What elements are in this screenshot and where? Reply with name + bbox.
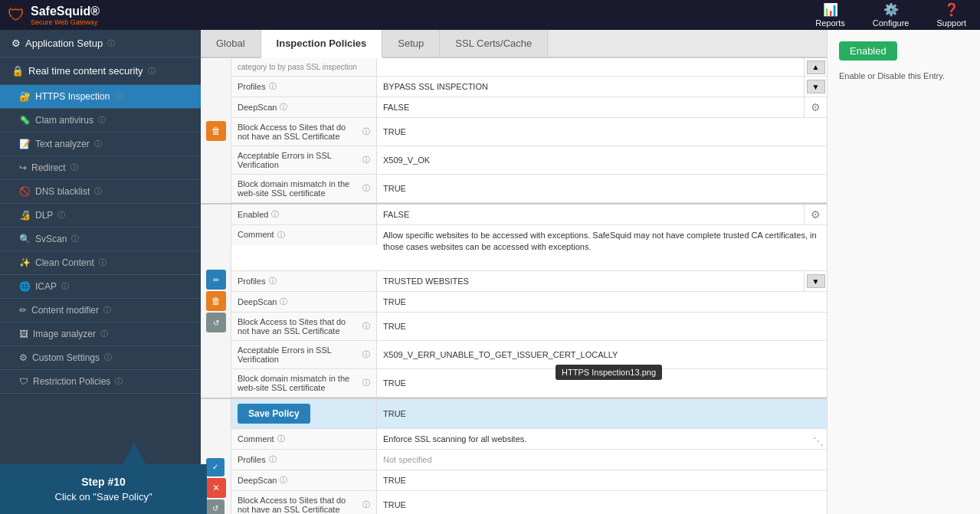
scroll-down-icon[interactable]: ▼ [804, 271, 827, 291]
info-icon[interactable]: ⓘ [362, 349, 370, 360]
table-row: Block Access to Sites that do not have a… [231, 313, 827, 341]
info-icon[interactable]: ⓘ [61, 281, 69, 292]
info-icon[interactable]: ⓘ [114, 91, 122, 102]
sidebar-item-clean-content[interactable]: ✨ Clean Content ⓘ [0, 251, 201, 275]
sidebar-item-label: Application Setup [25, 38, 103, 49]
info-icon[interactable]: ⓘ [115, 376, 123, 387]
tab-setup[interactable]: Setup [382, 30, 440, 57]
row-value: FALSE [377, 97, 804, 117]
restore-button-3[interactable]: ↺ [206, 499, 225, 515]
sidebar-item-dns-blacklist[interactable]: 🚫 DNS blacklist ⓘ [0, 180, 201, 204]
info-icon[interactable]: ⓘ [100, 329, 108, 339]
info-icon[interactable]: ⓘ [107, 38, 115, 49]
tab-global[interactable]: Global [201, 30, 261, 57]
table-row: Block Access to Sites that do not have a… [231, 491, 827, 514]
info-icon[interactable]: ⓘ [280, 102, 287, 113]
row-value: TRUE [377, 369, 827, 397]
delete-button-1[interactable]: 🗑 [206, 121, 226, 141]
sidebar-item-label: Restriction Policies [33, 376, 110, 387]
sidebar-item-realtime[interactable]: 🔒 Real time content security ⓘ [0, 57, 201, 85]
row-value: FALSE [377, 205, 804, 224]
logo-text: SafeSquid® [31, 5, 100, 18]
info-icon[interactable]: ⓘ [94, 139, 102, 149]
info-icon[interactable]: ⓘ [269, 276, 277, 286]
sidebar-item-label: Clam antivirus [35, 115, 93, 126]
main-layout: ⚙ Application Setup ⓘ 🔒 Real time conten… [0, 30, 980, 514]
sidebar-item-redirect[interactable]: ↪ Redirect ⓘ [0, 156, 201, 180]
info-icon[interactable]: ⓘ [277, 434, 285, 444]
row-label: Acceptable Errors in SSL Verification ⓘ [231, 146, 377, 174]
info-icon[interactable]: ⓘ [280, 296, 287, 307]
info-icon[interactable]: ⓘ [280, 475, 287, 486]
text-analyzer-icon: 📝 [19, 139, 31, 149]
table-row: Comment ⓘ Allow specific websites to be … [231, 225, 827, 271]
row-value: TRUE [377, 175, 827, 202]
svscan-icon: 🔍 [19, 234, 31, 244]
table-scroll-area[interactable]: 🗑 category to by pass SSL inspection ▲ [201, 58, 827, 514]
scroll-up-btn[interactable]: ▲ [807, 61, 825, 74]
tab-inspection-policies[interactable]: Inspection Policies [261, 30, 383, 58]
sidebar-item-dlp[interactable]: 🔏 DLP ⓘ [0, 204, 201, 228]
save-policy-check-button[interactable]: ✓ [206, 458, 225, 476]
sidebar-item-https[interactable]: 🔐 HTTPS Inspection ⓘ [0, 85, 201, 109]
sidebar-item-image-analyzer[interactable]: 🖼 Image analyzer ⓘ [0, 322, 201, 346]
sidebar-item-custom-settings[interactable]: ⚙ Custom Settings ⓘ [0, 346, 201, 370]
info-icon[interactable]: ⓘ [71, 234, 79, 244]
right-panel: Enabled Enable or Disable this Entry. [827, 30, 980, 514]
info-icon[interactable]: ⓘ [99, 257, 107, 268]
table-row: Block Access to Sites that do not have a… [231, 118, 827, 146]
row-label: DeepScan ⓘ [231, 292, 377, 312]
info-icon[interactable]: ⓘ [362, 155, 370, 165]
cancel-button-3[interactable]: ✕ [206, 478, 226, 498]
sidebar-item-clam[interactable]: 🦠 Clam antivirus ⓘ [0, 109, 201, 133]
info-icon[interactable]: ⓘ [269, 81, 277, 92]
save-policy-button[interactable]: Save Policy [238, 404, 310, 424]
save-policy-label-cell: Save Policy [231, 399, 377, 428]
tabs-bar: Global Inspection Policies Setup SSL Cer… [201, 30, 827, 58]
table-row: DeepScan ⓘ TRUE [231, 292, 827, 313]
info-icon[interactable]: ⓘ [94, 186, 102, 197]
nav-reports[interactable]: 📊 Reports [809, 0, 851, 31]
sidebar-item-svscan[interactable]: 🔍 SvScan ⓘ [0, 228, 201, 251]
info-icon[interactable]: ⓘ [104, 352, 112, 363]
restore-button-2[interactable]: ↺ [206, 313, 226, 332]
info-icon[interactable]: ⓘ [362, 499, 370, 510]
edit-button-2[interactable]: ✏ [206, 270, 226, 290]
nav-configure[interactable]: ⚙️ Configure [867, 0, 916, 31]
modifier-icon: ✏ [19, 305, 27, 316]
sidebar-item-application-setup[interactable]: ⚙ Application Setup ⓘ [0, 30, 201, 57]
info-icon[interactable]: ⓘ [98, 115, 106, 126]
info-icon[interactable]: ⓘ [362, 378, 370, 388]
row-value: TRUE [377, 292, 827, 312]
info-icon[interactable]: ⓘ [271, 209, 279, 220]
info-icon[interactable]: ⓘ [148, 66, 156, 77]
settings-icon[interactable]: ⚙ [804, 97, 827, 117]
sidebar-item-text-analyzer[interactable]: 📝 Text analyzer ⓘ [0, 133, 201, 156]
info-icon[interactable]: ⓘ [362, 321, 370, 332]
info-icon[interactable]: ⓘ [362, 183, 370, 194]
scroll-up-icon[interactable]: ▲ [804, 58, 827, 76]
section1-action-cell: 🗑 [201, 58, 231, 203]
info-icon[interactable]: ⓘ [57, 210, 65, 221]
right-panel-description: Enable or Disable this Entry. [839, 70, 969, 83]
logo-icon: 🛡 [8, 5, 25, 25]
info-icon[interactable]: ⓘ [103, 305, 111, 316]
nav-support[interactable]: ❓ Support [930, 0, 972, 31]
tab-ssl-certs[interactable]: SSL Certs/Cache [440, 30, 548, 57]
table-row: Profiles ⓘ BYPASS SSL INSPECTION ▼ [231, 77, 827, 97]
settings-icon[interactable]: ⚙ [804, 205, 827, 224]
sidebar-item-restriction[interactable]: 🛡 Restriction Policies ⓘ [0, 370, 201, 394]
info-icon[interactable]: ⓘ [269, 454, 277, 465]
row-value: X509_V_ERR_UNABLE_TO_GET_ISSUER_CERT_LOC… [377, 341, 827, 368]
info-icon[interactable]: ⓘ [362, 126, 370, 137]
row-value: TRUE [377, 470, 827, 490]
info-icon[interactable]: ⓘ [70, 162, 78, 173]
sidebar-item-label: HTTPS Inspection [35, 91, 110, 102]
sidebar-item-content-modifier[interactable]: ✏ Content modifier ⓘ [0, 299, 201, 322]
sidebar-item-icap[interactable]: 🌐 ICAP ⓘ [0, 275, 201, 299]
delete-button-2[interactable]: 🗑 [206, 291, 226, 311]
info-icon[interactable]: ⓘ [277, 230, 285, 241]
sidebar-item-label: Custom Settings [32, 352, 100, 363]
scroll-down-btn[interactable]: ▼ [807, 80, 825, 93]
scroll-down-icon[interactable]: ▼ [804, 77, 827, 97]
